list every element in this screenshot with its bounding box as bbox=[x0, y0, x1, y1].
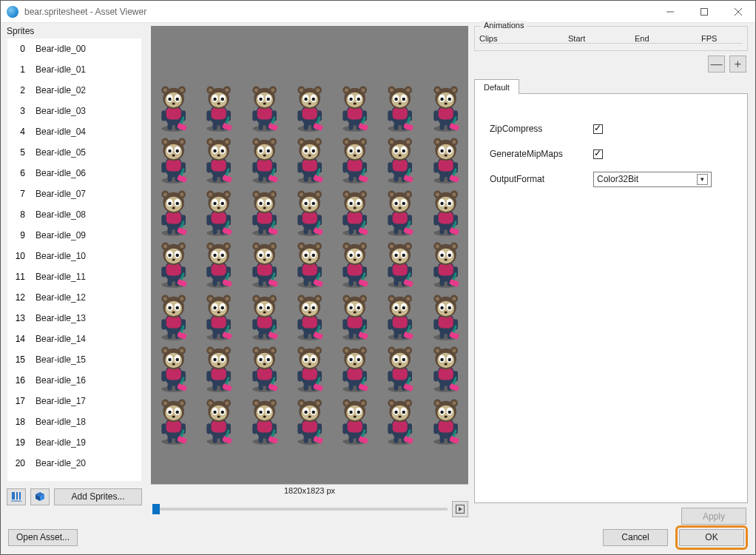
sprite-name: Bear-idle_16 bbox=[36, 375, 141, 386]
close-button[interactable] bbox=[721, 1, 755, 23]
footer-bar: Open Asset... Cancel OK bbox=[1, 525, 755, 554]
sprites-list[interactable]: 0Bear-idle_001Bear-idle_012Bear-idle_023… bbox=[7, 38, 142, 482]
sprite-index: 7 bbox=[13, 189, 36, 199]
zipcompress-checkbox[interactable] bbox=[593, 124, 603, 134]
sprite-list-item[interactable]: 8Bear-idle_08 bbox=[7, 204, 141, 225]
sprite-list-item[interactable]: 16Bear-idle_16 bbox=[7, 370, 141, 391]
svg-rect-1 bbox=[701, 8, 708, 15]
dropdown-arrow-icon: ▾ bbox=[697, 174, 708, 185]
sprite-cell bbox=[242, 395, 287, 447]
sprite-cell bbox=[377, 291, 422, 343]
sprite-index: 0 bbox=[13, 44, 36, 54]
add-animation-button[interactable]: + bbox=[729, 56, 746, 73]
sprite-name: Bear-idle_00 bbox=[36, 44, 141, 54]
remove-animation-button[interactable]: — bbox=[708, 56, 725, 73]
outputformat-label: OutputFormat bbox=[490, 174, 593, 184]
sprite-list-item[interactable]: 7Bear-idle_07 bbox=[7, 184, 141, 204]
col-clips[interactable]: Clips bbox=[479, 34, 568, 43]
col-start[interactable]: Start bbox=[568, 34, 635, 43]
app-icon bbox=[7, 6, 18, 18]
sprite-index: 5 bbox=[13, 147, 36, 158]
sprite-list-item[interactable]: 9Bear-idle_09 bbox=[7, 225, 141, 246]
add-sprites-button[interactable]: Add Sprites... bbox=[54, 488, 142, 505]
sprite-list-item[interactable]: 14Bear-idle_14 bbox=[7, 329, 141, 349]
sprite-name: Bear-idle_08 bbox=[36, 209, 141, 220]
sprite-cell bbox=[377, 395, 422, 447]
sprite-list-item[interactable]: 20Bear-idle_20 bbox=[7, 453, 141, 474]
sprite-list-item[interactable]: 10Bear-idle_10 bbox=[7, 246, 141, 266]
preview-dimensions: 1820x1823 px bbox=[151, 485, 468, 498]
sprite-list-item[interactable]: 19Bear-idle_19 bbox=[7, 432, 141, 453]
ok-button[interactable]: OK bbox=[679, 529, 744, 546]
col-fps[interactable]: FPS bbox=[701, 34, 717, 43]
sprite-list-item[interactable]: 2Bear-idle_02 bbox=[7, 80, 141, 101]
outputformat-select[interactable]: Color32Bit ▾ bbox=[593, 172, 712, 187]
title-bar: bear.spritesheet - Asset Viewer bbox=[1, 1, 755, 23]
sprite-name: Bear-idle_05 bbox=[36, 147, 141, 158]
sprite-list-item[interactable]: 0Bear-idle_00 bbox=[7, 38, 141, 59]
zipcompress-label: ZipCompress bbox=[490, 124, 593, 134]
sprite-list-item[interactable]: 15Bear-idle_15 bbox=[7, 349, 141, 370]
sprite-name: Bear-idle_01 bbox=[36, 64, 141, 75]
spritesheet-preview[interactable] bbox=[151, 26, 468, 485]
sprite-cell bbox=[242, 238, 287, 290]
sprite-cell bbox=[287, 291, 332, 343]
sprite-list-item[interactable]: 18Bear-idle_18 bbox=[7, 411, 141, 432]
sprite-cell bbox=[423, 291, 468, 343]
cube-tool-button[interactable] bbox=[30, 488, 50, 505]
sprite-name: Bear-idle_11 bbox=[36, 272, 141, 282]
apply-button[interactable]: Apply bbox=[681, 508, 746, 525]
sprite-index: 18 bbox=[13, 417, 36, 427]
sprite-cell bbox=[423, 134, 468, 186]
col-end[interactable]: End bbox=[635, 34, 701, 43]
zoom-slider[interactable] bbox=[152, 508, 448, 511]
animations-group: Animations Clips Start End FPS bbox=[474, 26, 748, 51]
tab-default[interactable]: Default bbox=[474, 79, 519, 94]
sprite-cell bbox=[287, 238, 332, 290]
sprite-name: Bear-idle_20 bbox=[36, 458, 141, 468]
sprite-list-item[interactable]: 11Bear-idle_11 bbox=[7, 266, 141, 287]
sprites-header: Sprites bbox=[7, 26, 142, 36]
sprite-list-item[interactable]: 12Bear-idle_12 bbox=[7, 287, 141, 308]
svg-rect-5 bbox=[16, 492, 18, 500]
sprite-name: Bear-idle_18 bbox=[36, 417, 141, 427]
sprite-name: Bear-idle_12 bbox=[36, 292, 141, 303]
sprite-list-item[interactable]: 13Bear-idle_13 bbox=[7, 308, 141, 329]
sprite-cell bbox=[287, 186, 332, 238]
zoom-thumb[interactable] bbox=[152, 504, 160, 514]
sprite-index: 8 bbox=[13, 209, 36, 220]
minimize-button[interactable] bbox=[653, 1, 687, 23]
outputformat-value: Color32Bit bbox=[597, 174, 638, 184]
mipmaps-checkbox[interactable] bbox=[593, 149, 603, 159]
sprite-cell bbox=[151, 291, 196, 343]
fit-view-button[interactable] bbox=[452, 501, 468, 517]
sprite-name: Bear-idle_06 bbox=[36, 168, 141, 178]
window-title: bear.spritesheet - Asset Viewer bbox=[24, 7, 146, 17]
sprite-list-item[interactable]: 1Bear-idle_01 bbox=[7, 59, 141, 80]
sprite-cell bbox=[332, 343, 377, 394]
sprite-cell bbox=[287, 395, 332, 447]
sprite-cell bbox=[377, 134, 422, 186]
sprite-list-item[interactable]: 5Bear-idle_05 bbox=[7, 142, 141, 163]
sprite-cell bbox=[151, 134, 196, 186]
sprite-list-item[interactable]: 3Bear-idle_03 bbox=[7, 101, 141, 121]
open-asset-button[interactable]: Open Asset... bbox=[8, 529, 78, 546]
maximize-button[interactable] bbox=[687, 1, 721, 23]
sprite-cell bbox=[151, 343, 196, 394]
sprite-list-item[interactable]: 6Bear-idle_06 bbox=[7, 163, 141, 184]
sprite-cell bbox=[242, 291, 287, 343]
sprite-name: Bear-idle_15 bbox=[36, 354, 141, 365]
align-sprites-button[interactable] bbox=[7, 488, 26, 505]
sprite-cell bbox=[196, 343, 241, 394]
sprite-cell bbox=[287, 134, 332, 186]
sprite-name: Bear-idle_03 bbox=[36, 106, 141, 116]
sprite-index: 20 bbox=[13, 458, 36, 468]
cancel-button[interactable]: Cancel bbox=[603, 529, 668, 546]
mipmaps-label: GenerateMipMaps bbox=[490, 149, 593, 159]
sprite-cell bbox=[332, 395, 377, 447]
sprite-index: 4 bbox=[13, 127, 36, 137]
sprite-name: Bear-idle_09 bbox=[36, 230, 141, 240]
properties-panel: Animations Clips Start End FPS — + Defau… bbox=[474, 23, 755, 525]
sprite-list-item[interactable]: 4Bear-idle_04 bbox=[7, 121, 141, 142]
sprite-list-item[interactable]: 17Bear-idle_17 bbox=[7, 391, 141, 411]
